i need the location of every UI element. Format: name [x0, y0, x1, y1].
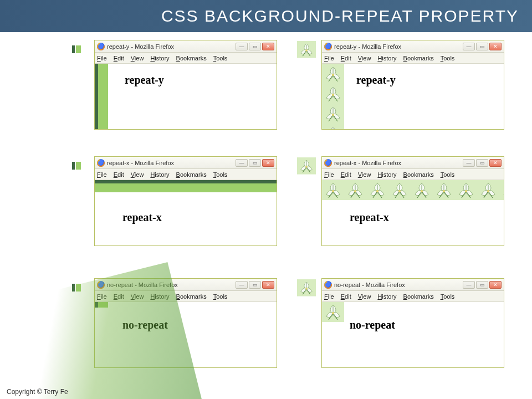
menu-item[interactable]: History: [377, 55, 396, 62]
menu-item[interactable]: Edit: [341, 55, 351, 62]
trillium-icon: [322, 104, 344, 124]
window-title: repeat-x - Mozilla Firefox: [107, 160, 236, 166]
browser-window: repeat-x - Mozilla Firefox—▭✕FileEditVie…: [94, 156, 277, 246]
window-titlebar: repeat-x - Mozilla Firefox—▭✕: [322, 157, 504, 169]
copyright-text: Copyright © Terry Fe: [7, 388, 68, 396]
bullet-icon: [72, 284, 81, 291]
menu-item[interactable]: Tools: [213, 293, 228, 300]
close-button[interactable]: ✕: [489, 159, 502, 167]
background-repeat-x-solid: [95, 180, 277, 192]
bullet-icon: [72, 45, 81, 53]
firefox-icon: [97, 43, 105, 50]
maximize-button[interactable]: ▭: [476, 159, 488, 167]
window-titlebar: repeat-y - Mozilla Firefox—▭✕: [95, 40, 277, 53]
example-cell: no-repeat - Mozilla Firefox—▭✕FileEditVi…: [82, 276, 293, 376]
menu-item[interactable]: Edit: [341, 171, 351, 178]
page-viewport: no-repeat: [322, 302, 504, 367]
menu-bar: FileEditViewHistoryBookmarksTools: [95, 53, 277, 64]
menu-item[interactable]: Bookmarks: [403, 171, 434, 178]
menu-item[interactable]: View: [358, 55, 371, 62]
browser-window: repeat-y - Mozilla Firefox—▭✕FileEditVie…: [94, 40, 277, 130]
menu-item[interactable]: History: [377, 171, 396, 178]
trillium-icon: [322, 64, 344, 84]
browser-window: repeat-y - Mozilla Firefox—▭✕FileEditVie…: [321, 40, 504, 130]
menu-item[interactable]: File: [324, 171, 334, 178]
menu-item[interactable]: Bookmarks: [176, 293, 207, 300]
close-button[interactable]: ✕: [262, 159, 274, 167]
close-button[interactable]: ✕: [262, 43, 274, 50]
slide-content: repeat-y - Mozilla Firefox—▭✕FileEditVie…: [82, 32, 526, 399]
menu-item[interactable]: History: [150, 171, 169, 178]
leaf-bullet-icon: [297, 157, 316, 176]
menu-item[interactable]: History: [150, 293, 169, 300]
menu-item[interactable]: Bookmarks: [176, 171, 207, 178]
background-repeat-y-leaf: [322, 64, 344, 129]
menu-item[interactable]: View: [131, 293, 144, 300]
trillium-icon: [322, 302, 344, 322]
window-titlebar: no-repeat - Mozilla Firefox—▭✕: [322, 279, 504, 291]
firefox-icon: [324, 159, 332, 167]
minimize-button[interactable]: —: [236, 281, 248, 289]
menu-item[interactable]: Edit: [114, 293, 124, 300]
menu-item[interactable]: Tools: [441, 293, 455, 300]
menu-bar: FileEditViewHistoryBookmarksTools: [95, 169, 277, 180]
leaf-bullet-icon: [297, 41, 316, 60]
example-cell: repeat-x - Mozilla Firefox—▭✕FileEditVie…: [82, 154, 293, 259]
maximize-button[interactable]: ▭: [249, 281, 261, 289]
minimize-button[interactable]: —: [236, 159, 248, 167]
page-viewport: repeat-y: [322, 64, 504, 129]
menu-item[interactable]: Bookmarks: [403, 293, 434, 300]
window-titlebar: no-repeat - Mozilla Firefox—▭✕: [95, 279, 277, 291]
menu-item[interactable]: Tools: [213, 171, 228, 178]
example-label: no-repeat: [122, 319, 168, 331]
browser-window: no-repeat - Mozilla Firefox—▭✕FileEditVi…: [94, 278, 277, 368]
menu-item[interactable]: File: [97, 293, 107, 300]
menu-item[interactable]: View: [358, 171, 371, 178]
menu-item[interactable]: File: [324, 293, 334, 300]
menu-item[interactable]: Edit: [114, 55, 124, 62]
menu-item[interactable]: History: [150, 55, 169, 62]
menu-item[interactable]: View: [358, 293, 371, 300]
maximize-button[interactable]: ▭: [476, 43, 488, 50]
background-no-repeat-leaf: [322, 302, 344, 322]
minimize-button[interactable]: —: [463, 43, 475, 50]
close-button[interactable]: ✕: [489, 281, 502, 289]
maximize-button[interactable]: ▭: [249, 159, 261, 167]
maximize-button[interactable]: ▭: [476, 281, 488, 289]
background-no-repeat-solid: [95, 302, 108, 308]
menu-item[interactable]: View: [131, 171, 144, 178]
minimize-button[interactable]: —: [463, 281, 475, 289]
firefox-icon: [97, 281, 105, 289]
browser-window: no-repeat - Mozilla Firefox—▭✕FileEditVi…: [321, 278, 504, 368]
trillium-icon: [322, 124, 344, 129]
menu-item[interactable]: File: [97, 55, 107, 62]
example-label: repeat-x: [122, 211, 162, 224]
minimize-button[interactable]: —: [236, 43, 248, 50]
close-button[interactable]: ✕: [262, 281, 274, 289]
menu-item[interactable]: Edit: [341, 293, 351, 300]
trillium-icon: [411, 180, 433, 200]
bullet-icon: [72, 162, 81, 170]
menu-item[interactable]: Bookmarks: [176, 55, 207, 62]
minimize-button[interactable]: —: [463, 159, 475, 167]
example-cell: repeat-y - Mozilla Firefox—▭✕FileEditVie…: [309, 38, 520, 137]
trillium-icon: [433, 180, 455, 200]
trillium-icon: [344, 180, 366, 200]
menu-item[interactable]: File: [97, 171, 107, 178]
window-title: repeat-y - Mozilla Firefox: [107, 43, 236, 50]
menu-item[interactable]: History: [377, 293, 396, 300]
menu-item[interactable]: View: [131, 55, 144, 62]
window-titlebar: repeat-x - Mozilla Firefox—▭✕: [95, 157, 277, 169]
menu-item[interactable]: Edit: [114, 171, 124, 178]
window-titlebar: repeat-y - Mozilla Firefox—▭✕: [322, 40, 504, 53]
menu-item[interactable]: Tools: [441, 55, 455, 62]
menu-item[interactable]: Tools: [213, 55, 228, 62]
maximize-button[interactable]: ▭: [249, 43, 261, 50]
menu-item[interactable]: Tools: [441, 171, 455, 178]
menu-item[interactable]: Bookmarks: [403, 55, 434, 62]
window-title: repeat-y - Mozilla Firefox: [334, 43, 463, 50]
background-repeat-y-solid: [95, 64, 108, 129]
close-button[interactable]: ✕: [489, 43, 502, 50]
menu-item[interactable]: File: [324, 55, 334, 62]
menu-bar: FileEditViewHistoryBookmarksTools: [322, 169, 504, 180]
